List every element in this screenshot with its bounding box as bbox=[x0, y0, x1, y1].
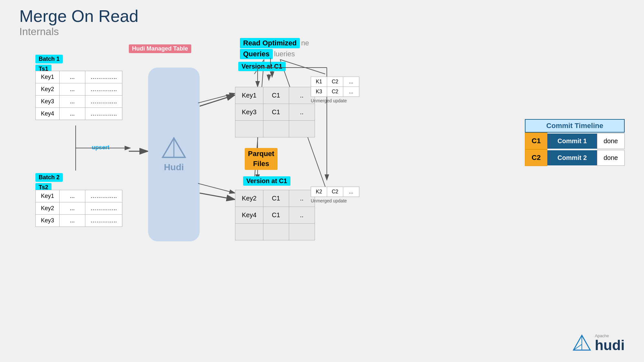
batch1-data-table: Key1...…………..Key2...…………..Key3...…………..K… bbox=[35, 71, 122, 120]
queries-suffix: lueries bbox=[274, 50, 295, 58]
hudi-logo-text: Hudi bbox=[164, 162, 184, 172]
page-subtitle: Internals bbox=[19, 26, 138, 38]
version-table-2: Key2C1..Key4C1.. bbox=[235, 190, 315, 240]
unmerged-label-2: Unmerged update bbox=[311, 198, 359, 203]
read-optimized-label: Read Optimized bbox=[240, 38, 300, 48]
hudi-box: Hudi bbox=[148, 68, 200, 241]
table-row: Key2C1.. bbox=[235, 190, 315, 207]
hudi-to-top-arrow bbox=[198, 90, 240, 106]
svg-line-15 bbox=[198, 93, 235, 103]
page-title: Merge On Read bbox=[19, 6, 138, 26]
hudi-brand-icon bbox=[572, 334, 592, 352]
table-row: K2C2... bbox=[311, 187, 359, 197]
list-item: Key1...………….. bbox=[36, 190, 122, 202]
batch2-table: Key1...…………..Key2...…………..Key3...………….. bbox=[35, 190, 122, 227]
table-row: Key3C1.. bbox=[235, 104, 315, 121]
unmerged-table-1: K1C2...K3C2... Unmerged update bbox=[311, 77, 359, 103]
hudi-logo-icon bbox=[161, 136, 187, 159]
table-row: K1C2... bbox=[311, 77, 359, 87]
unmerged-table-2: K2C2... Unmerged update bbox=[311, 187, 359, 203]
commit-c-label: C2 bbox=[525, 149, 547, 166]
header: Merge On Read Internals bbox=[19, 6, 138, 38]
version-table-1: Key1C1..Key3C1.. bbox=[235, 87, 315, 137]
list-item: Key3...………….. bbox=[36, 96, 122, 108]
table-row: K3C2... bbox=[311, 87, 359, 97]
commit-timeline-row: C1 Commit 1 done bbox=[525, 133, 625, 149]
unmerged-label-1: Unmerged update bbox=[311, 98, 359, 103]
table-row: Key1C1.. bbox=[235, 87, 315, 104]
commit-timeline-row: C2 Commit 2 done bbox=[525, 149, 625, 166]
commit-label: Commit 2 bbox=[547, 150, 597, 165]
hudi-to-bottom-arrow bbox=[198, 180, 240, 200]
svg-line-17 bbox=[198, 183, 235, 193]
batch1-table: Key1...…………..Key2...…………..Key3...…………..K… bbox=[35, 71, 122, 120]
parquet-files-label: ParquetFiles bbox=[245, 148, 278, 170]
list-item: Key1...………….. bbox=[36, 71, 122, 83]
batch2-label: Batch 2 bbox=[35, 173, 63, 182]
commit-status: done bbox=[597, 133, 625, 149]
batch2-label-container: Batch 2 Ts2 bbox=[35, 173, 63, 192]
commit-label: Commit 1 bbox=[547, 134, 597, 149]
brand-hudi: hudi bbox=[595, 338, 625, 352]
read-optimized-container: Read Optimized ne Queries lueries bbox=[240, 38, 309, 59]
hudi-brand: Apache hudi bbox=[572, 333, 625, 352]
commit-status: done bbox=[597, 150, 625, 166]
commit-timeline-title: Commit Timeline bbox=[525, 119, 625, 133]
list-item: Key2...………….. bbox=[36, 202, 122, 215]
read-optimized-label2-suffix: ne bbox=[301, 39, 309, 47]
batch2-data-table: Key1...…………..Key2...…………..Key3...………….. bbox=[35, 190, 122, 227]
list-item: Key4...………….. bbox=[36, 108, 122, 120]
commit-timeline: Commit Timeline C1 Commit 1 done C2 Comm… bbox=[525, 119, 625, 166]
version-c1-bottom-label: Version at C1 bbox=[243, 176, 290, 186]
list-item: Key2...………….. bbox=[36, 83, 122, 96]
hudi-managed-table-label: Hudi Managed Table bbox=[129, 44, 191, 53]
table-row: Key4C1.. bbox=[235, 207, 315, 224]
list-item: Key3...………….. bbox=[36, 215, 122, 227]
commit-c-label: C1 bbox=[525, 133, 547, 149]
batch1-label: Batch 1 bbox=[35, 55, 63, 63]
